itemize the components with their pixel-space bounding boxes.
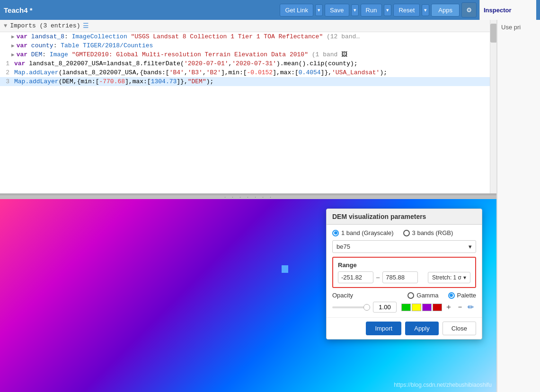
import-type-3: Image — [50, 51, 68, 58]
stretch-label: Stretch: 1 σ — [432, 274, 461, 281]
import-type-1: ImageCollection — [72, 33, 127, 40]
import-name-3: DEM — [31, 51, 42, 58]
import-string-3: "GMTED2010: Global Multi-resolution Terr… — [72, 51, 308, 58]
band3-option[interactable]: 3 bands (RGB) — [403, 229, 453, 236]
opacity-label: Opacity — [332, 292, 353, 299]
code-line-3: 3 Map.addLayer(DEM,{min:[-770.68],max:[1… — [0, 77, 496, 86]
palette-edit-button[interactable]: ✏ — [467, 303, 475, 312]
viz-dialog-footer: Import Apply Close — [327, 317, 482, 339]
band1-option[interactable]: 1 band (Grayscale) — [332, 229, 394, 236]
line-content-3[interactable]: Map.addLayer(DEM,{min:[-770.68],max:[130… — [14, 78, 496, 85]
app-title: Teach4 * — [4, 6, 277, 14]
save-dropdown[interactable]: ▾ — [351, 4, 359, 16]
opacity-slider[interactable] — [332, 306, 370, 308]
range-min-input[interactable] — [338, 271, 373, 283]
palette-option[interactable]: Palette — [448, 292, 476, 299]
apply-button[interactable]: Apply — [405, 322, 439, 335]
palette-remove-button[interactable]: － — [455, 302, 465, 312]
code-editor-top: ▼ Imports (3 entries) ☰ ▶ var landsat_8:… — [0, 20, 496, 195]
imports-icon: ☰ — [83, 22, 89, 30]
range-inputs: – Stretch: 1 σ ▾ — [338, 271, 470, 283]
getlink-button[interactable]: Get Link — [280, 4, 313, 17]
gamma-radio[interactable] — [407, 292, 414, 299]
palette-add-button[interactable]: ＋ — [444, 302, 453, 312]
gear-button[interactable]: ⚙ — [461, 2, 477, 17]
swatch-yellow — [412, 304, 421, 311]
editor-scrollbar-v[interactable] — [490, 20, 496, 193]
line-num-2: 2 — [0, 69, 14, 76]
line-content-2[interactable]: Map.addLayer(landsat_8_202007_USA,{bands… — [14, 69, 496, 76]
opacity-value-input[interactable] — [373, 302, 397, 313]
opacity-slider-thumb — [363, 304, 370, 311]
gamma-option[interactable]: Gamma — [407, 292, 438, 299]
import-suffix-1: (12 band… — [327, 33, 360, 40]
kw-var-2: var — [17, 42, 27, 49]
stretch-dropdown-icon: ▾ — [463, 274, 466, 281]
swatch-purple — [422, 304, 432, 311]
line-num-3: 3 — [0, 78, 14, 85]
swatch-green — [401, 304, 411, 311]
kw-var-3: var — [17, 51, 27, 58]
import-name-1: landsat_8 — [31, 33, 64, 40]
opacity-slider-container — [332, 302, 397, 313]
kw-var-1: var — [17, 33, 27, 40]
apps-button[interactable]: Apps — [431, 4, 460, 17]
palette-row: ＋ － ✏ — [332, 302, 476, 313]
code-line-1: 1 var landsat_8_202007_USA=landsat_8.fil… — [0, 59, 496, 68]
band-select[interactable]: be75 ▾ — [332, 240, 476, 253]
band1-radio[interactable] — [332, 230, 339, 236]
top-bar: Teach4 * Get Link ▾ Save ▾ Run ▾ Reset ▾… — [0, 0, 540, 20]
import-name-2: county — [31, 42, 53, 49]
import-item-3: ▶ var DEM: Image "GMTED2010: Global Mult… — [0, 50, 496, 59]
toolbar-buttons: Get Link ▾ Save ▾ Run ▾ Reset ▾ Apps ⚙ — [280, 2, 477, 17]
band-select-arrow-icon: ▾ — [469, 243, 472, 250]
opacity-row: Opacity Gamma Palette — [332, 292, 476, 299]
save-button[interactable]: Save — [325, 4, 349, 17]
range-section: Range – Stretch: 1 σ ▾ — [332, 257, 476, 288]
band3-radio[interactable] — [403, 230, 410, 236]
import-arrow-1: ▶ — [11, 34, 15, 40]
imports-section: ▼ Imports (3 entries) ☰ — [0, 20, 496, 32]
import-type-2: Table — [61, 42, 79, 49]
map-area[interactable]: DEM visualization parameters 1 band (Gra… — [0, 199, 496, 392]
band-radio-row: 1 band (Grayscale) 3 bands (RGB) — [332, 229, 476, 236]
swatch-red — [433, 304, 442, 311]
imports-toggle[interactable]: ▼ — [4, 23, 7, 29]
imports-label: Imports (3 entries) — [10, 22, 80, 29]
close-button[interactable]: Close — [443, 322, 476, 335]
import-item-1: ▶ var landsat_8: ImageCollection "USGS L… — [0, 32, 496, 41]
import-button[interactable]: Import — [366, 322, 401, 335]
band3-label: 3 bands (RGB) — [412, 229, 453, 236]
import-arrow-2: ▶ — [11, 43, 15, 49]
inspector-side: Use pri — [497, 20, 540, 392]
import-source-2: TIGER/2018/Counties — [83, 42, 153, 49]
reset-button[interactable]: Reset — [393, 4, 420, 17]
url-watermark: https://blog.csdn.net/zhebushibiaoshifu — [394, 382, 492, 388]
gamma-label: Gamma — [416, 292, 438, 299]
import-arrow-3: ▶ — [11, 52, 15, 58]
stretch-button[interactable]: Stretch: 1 σ ▾ — [428, 272, 470, 283]
run-dropdown[interactable]: ▾ — [384, 4, 391, 16]
band-select-value: be75 — [336, 243, 350, 250]
reset-dropdown[interactable]: ▾ — [422, 4, 429, 16]
inspector-hint: Use pri — [501, 24, 521, 31]
getlink-dropdown[interactable]: ▾ — [315, 4, 323, 16]
import-item-2: ▶ var county: Table TIGER/2018/Counties — [0, 41, 496, 50]
drag-handle[interactable]: · · · · · · · — [0, 195, 496, 199]
viz-dialog: DEM visualization parameters 1 band (Gra… — [326, 209, 482, 340]
code-editor: ▼ Imports (3 entries) ☰ ▶ var landsat_8:… — [0, 20, 497, 392]
code-line-2: 2 Map.addLayer(landsat_8_202007_USA,{ban… — [0, 68, 496, 77]
range-max-input[interactable] — [382, 271, 418, 283]
inspector-panel-header: Inspector — [479, 0, 536, 20]
line-num-1: 1 — [0, 60, 14, 67]
range-label: Range — [338, 261, 470, 269]
code-lines: 1 var landsat_8_202007_USA=landsat_8.fil… — [0, 59, 496, 86]
main-layout: ▼ Imports (3 entries) ☰ ▶ var landsat_8:… — [0, 20, 540, 392]
editor-scrollbar-thumb — [490, 24, 496, 43]
viz-dialog-title: DEM visualization parameters — [327, 209, 482, 225]
line-content-1[interactable]: var landsat_8_202007_USA=landsat_8.filte… — [14, 60, 496, 67]
palette-radio[interactable] — [448, 292, 455, 299]
run-button[interactable]: Run — [361, 4, 382, 17]
viz-dialog-body: 1 band (Grayscale) 3 bands (RGB) be75 ▾ — [327, 225, 482, 317]
band1-label: 1 band (Grayscale) — [341, 229, 394, 236]
